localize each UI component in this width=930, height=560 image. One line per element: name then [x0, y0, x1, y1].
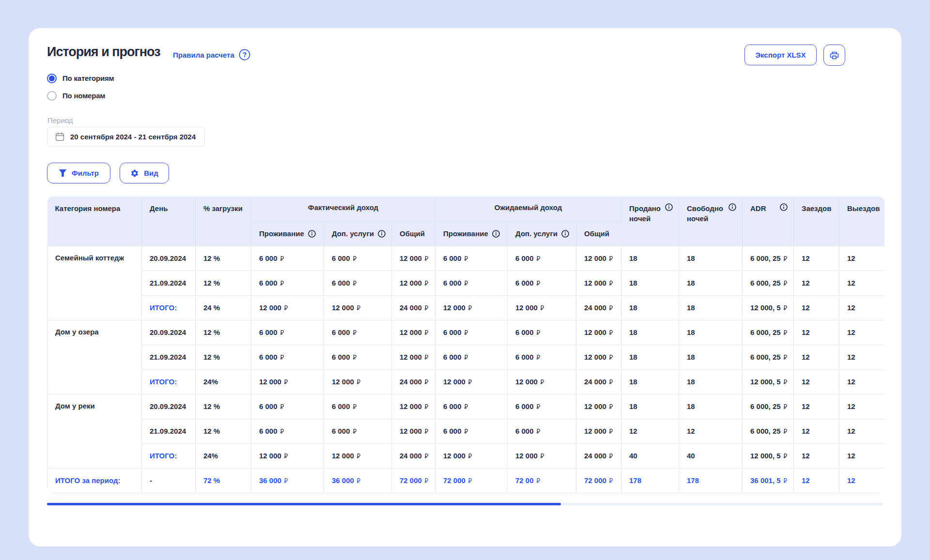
- svg-text:?: ?: [243, 51, 247, 59]
